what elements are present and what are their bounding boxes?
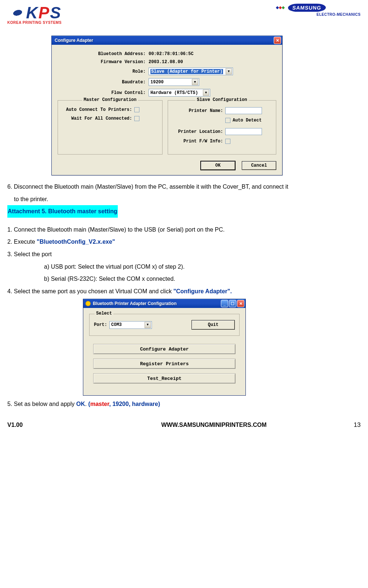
firmware-value: 2003.12.08.00 — [149, 59, 183, 65]
step-3: 3. Select the port — [7, 248, 361, 261]
baudrate-select-value: 19200 — [150, 80, 164, 85]
chevron-down-icon: ▼ — [145, 322, 151, 328]
printer-name-label: Printer Name: — [172, 108, 225, 113]
app-icon — [85, 301, 91, 306]
chevron-down-icon: ▼ — [203, 90, 209, 96]
samsung-logo: SAMSUNG ELECTRO-MECHANICS — [276, 4, 361, 17]
bt-address-value: 00:02:78:01:06:5C — [149, 51, 193, 57]
document-body: 6. Disconnect the Bluetooth main (Master… — [7, 181, 361, 297]
slave-config-legend: Slave Configuration — [196, 97, 249, 102]
bt-printer-adapter-window: Bluetooth Printer Adapter Configuration … — [83, 299, 246, 396]
minimize-icon[interactable]: _ — [221, 300, 228, 307]
printer-location-label: Printer Location: — [172, 129, 225, 134]
master-config-group: Master Configuration Auto Connect To Pri… — [58, 100, 163, 155]
step-5: 5. Set as below and apply OK. (master, 1… — [7, 398, 361, 410]
firmware-label: Firmware Version: — [58, 59, 149, 65]
configure-adapter-text: "Configure Adapter". — [173, 288, 232, 294]
slave-config-group: Slave Configuration Printer Name: Auto D… — [168, 100, 276, 155]
page-footer: V1.00 WWW.SAMSUNGMINIPRINTERS.COM 13 — [7, 421, 361, 429]
flowcontrol-select-value: Hardware (RTS/CTS) — [150, 90, 198, 95]
select-group: Select Port: COM3 ▼ Quit — [89, 314, 240, 336]
page-header: KPS KOREA PRINTING SYSTEMS SAMSUNG ELECT… — [7, 4, 361, 25]
kps-logo: KPS KOREA PRINTING SYSTEMS — [7, 4, 66, 25]
kps-tagline: KOREA PRINTING SYSTEMS — [7, 21, 66, 25]
flowcontrol-select[interactable]: Hardware (RTS/CTS) ▼ — [149, 89, 210, 97]
ok-button[interactable]: OK — [201, 161, 235, 170]
baudrate-select[interactable]: 19200 ▼ — [149, 78, 199, 86]
step-4: 4. Select the same port as you chosen at… — [7, 285, 361, 298]
quit-button[interactable]: Quit — [192, 320, 235, 330]
select-legend: Select — [95, 311, 113, 316]
port-label: Port: — [94, 322, 107, 327]
samsung-subtext: ELECTRO-MECHANICS — [317, 12, 361, 17]
ok-text: OK — [76, 401, 85, 407]
register-printers-button[interactable]: Register Printers — [93, 359, 236, 369]
chevron-down-icon: ▼ — [192, 79, 198, 85]
test-receipt-button[interactable]: Test_Receipt — [93, 373, 236, 384]
title-bar: Configure Adapter ✕ — [52, 36, 282, 45]
role-select[interactable]: Slave (Adapter for Printer) ▼ — [149, 68, 233, 75]
step-3a: a) USB port: Select the virtual port (CO… — [7, 261, 361, 273]
print-fwinfo-label: Print F/W Info: — [172, 139, 225, 144]
close-icon[interactable]: ✕ — [274, 37, 281, 44]
printer-name-input[interactable] — [225, 107, 262, 114]
chevron-down-icon: ▼ — [226, 68, 232, 75]
auto-connect-label: Auto Connect To Printers: — [62, 107, 134, 112]
exe-name: "BluetoothConfig_V2.x.exe" — [37, 239, 115, 245]
port-select[interactable]: COM3 ▼ — [109, 321, 152, 329]
auto-detect-label: Auto Detect — [233, 118, 262, 123]
configure-adapter-button[interactable]: Configure Adapter — [93, 344, 236, 354]
window-title: Configure Adapter — [55, 38, 93, 43]
printer-location-input[interactable] — [225, 128, 262, 135]
page-number: 13 — [354, 421, 361, 429]
role-select-value: Slave (Adapter for Printer) — [150, 69, 223, 74]
master-text: master — [90, 401, 109, 407]
auto-detect-checkbox[interactable] — [225, 118, 230, 123]
bt-address-label: Bluetooth Address: — [58, 51, 149, 57]
configure-adapter-window: Configure Adapter ✕ Bluetooth Address: 0… — [51, 36, 283, 175]
version-label: V1.00 — [7, 422, 23, 428]
auto-connect-checkbox[interactable] — [134, 107, 139, 112]
samsung-wordmark: SAMSUNG — [288, 4, 326, 12]
attachment-heading: Attachment 5. Bluetooth master setting — [7, 205, 118, 218]
master-config-legend: Master Configuration — [82, 97, 138, 102]
step-2: 2. Execute "BluetoothConfig_V2.x.exe" — [7, 236, 361, 248]
cancel-button[interactable]: Cancel — [242, 161, 276, 170]
title-bar: Bluetooth Printer Adapter Configuration … — [83, 299, 245, 308]
wait-all-checkbox[interactable] — [134, 116, 139, 121]
close-icon[interactable]: ✕ — [237, 300, 244, 307]
step-6: 6. Disconnect the Bluetooth main (Master… — [7, 181, 361, 193]
wait-all-label: Wait For All Connected: — [62, 116, 134, 121]
window-title: Bluetooth Printer Adapter Configuration — [93, 301, 176, 306]
print-fwinfo-checkbox[interactable] — [225, 139, 230, 144]
step-6-cont: to the printer. — [7, 193, 361, 206]
flowcontrol-label: Flow Control: — [58, 90, 149, 95]
footer-url: WWW.SAMSUNGMINIPRINTERS.COM — [161, 422, 266, 428]
step-3b: b) Serial (RS-232C): Select the COM x co… — [7, 273, 361, 285]
step-1: 1. Connect the Bluetooth main (Master/Sl… — [7, 224, 361, 236]
port-select-value: COM3 — [111, 322, 122, 327]
baudrate-label: Baudrate: — [58, 80, 149, 85]
maximize-icon[interactable]: ☐ — [229, 300, 236, 307]
role-label: Role: — [58, 69, 149, 74]
